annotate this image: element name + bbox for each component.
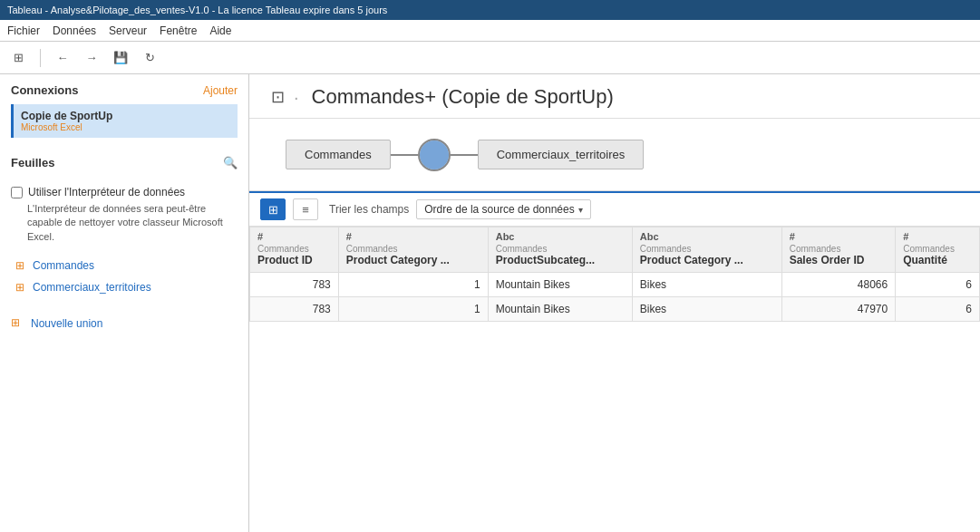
- col-name-cat-num: Product Category ...: [346, 254, 480, 266]
- join-left-half: [420, 140, 434, 169]
- table-body: 783 1 Mountain Bikes Bikes 48066 6 783 1…: [250, 273, 980, 322]
- menu-fichier[interactable]: Fichier: [7, 24, 40, 37]
- type-icon-sales-order: #: [790, 231, 795, 242]
- content-area: ⊡ · Commandes+ (Copie de SportUp) Comman…: [249, 74, 980, 532]
- join-circle[interactable]: [418, 139, 451, 171]
- sheet-item-commandes[interactable]: ⊞ Commandes: [11, 255, 238, 276]
- feuilles-section: Feuilles 🔍: [0, 147, 248, 182]
- refresh-button[interactable]: ↻: [139, 47, 160, 69]
- save-button[interactable]: 💾: [110, 47, 131, 69]
- source-label-cat-name: Commandes: [640, 244, 774, 254]
- ajouter-link[interactable]: Ajouter: [203, 84, 238, 97]
- canvas-title: Commandes+ (Copie de SportUp): [312, 85, 614, 109]
- type-icon-cat-name: Abc: [640, 231, 659, 242]
- interpreter-label: Utiliser l'Interpréteur de données: [28, 186, 185, 198]
- table-box-commandes[interactable]: Commandes: [286, 140, 391, 169]
- cell-product-id-1: 783: [250, 273, 339, 297]
- feuilles-search-icon[interactable]: 🔍: [223, 156, 238, 169]
- col-name-cat-name: Product Category ...: [640, 254, 774, 266]
- grid-view-button[interactable]: ⊞: [260, 198, 286, 220]
- table-box-commerciaux[interactable]: Commerciaux_territoires: [478, 140, 645, 169]
- sheet-icon-commerciaux: ⊞: [13, 280, 27, 295]
- connexions-title: Connexions: [11, 83, 78, 97]
- cell-sales-order-1: 48066: [781, 273, 896, 297]
- cell-subcateg-2: Mountain Bikes: [488, 297, 632, 322]
- trier-label: Trier les champs: [329, 203, 409, 216]
- interpreter-checkbox-row: Utiliser l'Interpréteur de données: [11, 186, 238, 198]
- data-table: # Commandes Product ID #: [249, 227, 980, 322]
- source-label-quantite: Commandes: [903, 244, 972, 254]
- list-view-button[interactable]: ≡: [293, 198, 318, 220]
- cell-category-1: Bikes: [632, 273, 781, 297]
- col-product-category-name: Abc Commandes Product Category ...: [632, 227, 781, 273]
- interpreter-desc: L'Interpréteur de données sera peut-être…: [11, 202, 238, 244]
- col-sales-order-id: # Commandes Sales Order ID: [781, 227, 896, 273]
- cell-sales-order-2: 47970: [781, 297, 896, 322]
- cell-cat-num-2: 1: [338, 297, 488, 322]
- menu-serveur[interactable]: Serveur: [109, 24, 147, 37]
- col-quantite: # Commandes Quantité: [896, 227, 980, 273]
- canvas-header: ⊡ · Commandes+ (Copie de SportUp): [249, 74, 980, 119]
- sheet-icon-commandes: ⊞: [13, 258, 27, 273]
- join-circle-inner: [420, 140, 449, 169]
- home-button[interactable]: ⊞: [7, 47, 29, 69]
- menu-donnees[interactable]: Données: [53, 24, 96, 37]
- sheet-list: ⊞ Commandes ⊞ Commerciaux_territoires: [0, 251, 248, 302]
- join-line-left: [391, 154, 418, 156]
- main-layout: Connexions Ajouter Copie de SportUp Micr…: [0, 74, 980, 532]
- data-area: ⊞ ≡ Trier les champs Ordre de la source …: [249, 191, 980, 532]
- type-icon-cat-num: #: [346, 231, 352, 242]
- cell-product-id-2: 783: [250, 297, 339, 322]
- dropdown-arrow-icon: ▾: [578, 205, 583, 215]
- menu-aide[interactable]: Aide: [209, 24, 231, 37]
- header-row: # Commandes Product ID #: [250, 227, 980, 273]
- connexions-section: Connexions Ajouter Copie de SportUp Micr…: [0, 74, 248, 147]
- sheet-item-commerciaux[interactable]: ⊞ Commerciaux_territoires: [11, 276, 238, 298]
- connection-type: Microsoft Excel: [21, 122, 230, 132]
- join-line-right: [451, 154, 478, 156]
- sheet-name-commerciaux: Commerciaux_territoires: [33, 281, 151, 294]
- sidebar: Connexions Ajouter Copie de SportUp Micr…: [0, 74, 249, 532]
- title-bar-text: Tableau - Analyse&Pilotage_des_ventes-V1…: [7, 5, 387, 15]
- toolbar-sep-1: [40, 49, 41, 67]
- forward-button[interactable]: →: [81, 47, 102, 69]
- col-name-sales-order: Sales Order ID: [790, 254, 888, 266]
- col-name-subcateg: ProductSubcateg...: [496, 254, 625, 266]
- table-row: 783 1 Mountain Bikes Bikes 48066 6: [250, 273, 980, 297]
- feuilles-title: Feuilles: [11, 156, 54, 169]
- new-union-icon: ⊞: [11, 316, 25, 331]
- type-icon-quantite: #: [903, 231, 908, 242]
- type-icon-product-id: #: [257, 231, 263, 242]
- menu-fenetre[interactable]: Fenêtre: [160, 24, 197, 37]
- table-row: 783 1 Mountain Bikes Bikes 47970 6: [250, 297, 980, 322]
- source-label-sales-order: Commandes: [790, 244, 888, 254]
- type-icon-subcateg: Abc: [496, 231, 515, 242]
- col-name-product-id: Product ID: [257, 254, 331, 266]
- cell-cat-num-1: 1: [338, 273, 488, 297]
- table-header: # Commandes Product ID #: [250, 227, 980, 273]
- new-union-label: Nouvelle union: [31, 317, 102, 330]
- join-area: Commandes Commerciaux_territoires: [249, 119, 980, 191]
- menu-bar: Fichier Données Serveur Fenêtre Aide: [0, 20, 980, 42]
- new-union-item[interactable]: ⊞ Nouvelle union: [11, 316, 238, 331]
- toolbar: ⊞ ← → 💾 ↻: [0, 42, 980, 74]
- interpreter-checkbox[interactable]: [11, 187, 23, 198]
- connection-name: Copie de SportUp: [21, 110, 230, 122]
- col-product-category-num: # Commandes Product Category ...: [338, 227, 488, 273]
- col-product-subcateg: Abc Commandes ProductSubcateg...: [488, 227, 632, 273]
- canvas-icon: ⊡: [271, 87, 285, 107]
- canvas-title-separator: ·: [294, 87, 299, 108]
- sort-dropdown[interactable]: Ordre de la source de données ▾: [416, 199, 590, 219]
- source-label-cat-num: Commandes: [346, 244, 480, 254]
- sort-option-label: Ordre de la source de données: [424, 203, 574, 216]
- data-table-wrapper[interactable]: # Commandes Product ID #: [249, 227, 980, 532]
- cell-quantite-1: 6: [896, 273, 980, 297]
- feuilles-header: Feuilles 🔍: [11, 156, 238, 169]
- new-union-section: ⊞ Nouvelle union: [0, 309, 248, 338]
- data-toolbar: ⊞ ≡ Trier les champs Ordre de la source …: [249, 193, 980, 227]
- cell-quantite-2: 6: [896, 297, 980, 322]
- back-button[interactable]: ←: [52, 47, 73, 69]
- connection-item[interactable]: Copie de SportUp Microsoft Excel: [11, 104, 238, 138]
- join-connector: [391, 139, 478, 171]
- col-name-quantite: Quantité: [903, 254, 972, 266]
